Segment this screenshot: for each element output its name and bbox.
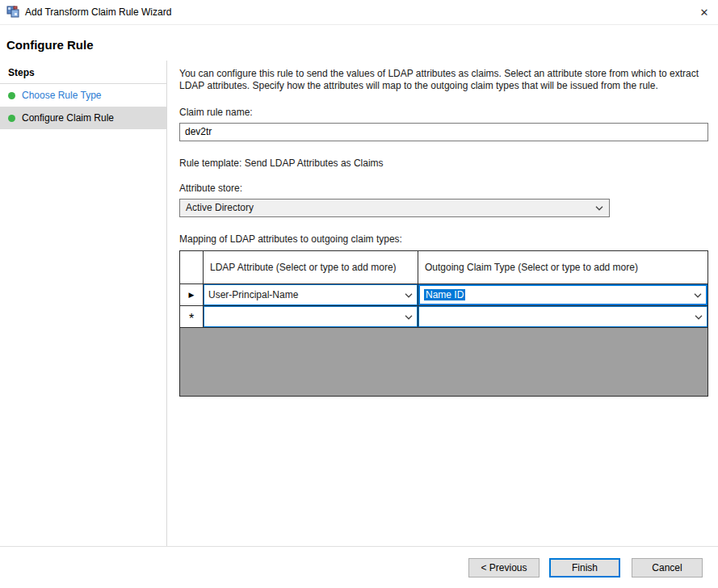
attribute-store-select[interactable]: Active Directory [179, 199, 610, 217]
ldap-attribute-select-row1[interactable]: User-Principal-Name [204, 284, 418, 305]
outgoing-claim-type-column-header: Outgoing Claim Type (Select or type to a… [418, 251, 708, 284]
table-row-2-claim-cell [418, 306, 708, 328]
steps-sidebar: Steps Choose Rule Type Configure Claim R… [0, 61, 167, 546]
wizard-window: Add Transform Claim Rule Wizard ✕ Config… [0, 0, 718, 588]
step-label: Configure Claim Rule [22, 112, 114, 124]
cancel-button[interactable]: Cancel [632, 558, 703, 578]
attribute-store-value: Active Directory [186, 202, 254, 213]
grid-corner-header [180, 251, 204, 284]
chevron-down-icon [595, 202, 603, 213]
row-indicator-cell: ▶ [180, 284, 204, 306]
table-row-1-claim-cell: Name ID [418, 284, 708, 306]
step-label: Choose Rule Type [22, 90, 102, 101]
attribute-store-label: Attribute store: [179, 183, 708, 194]
outgoing-claim-type-select-row1[interactable]: Name ID [418, 284, 708, 305]
claim-rule-name-input[interactable] [179, 123, 708, 141]
sidebar-item-configure-claim-rule[interactable]: Configure Claim Rule [0, 107, 166, 129]
steps-header: Steps [0, 61, 166, 84]
chevron-down-icon [694, 289, 702, 300]
chevron-down-icon [405, 289, 413, 300]
step-bullet-icon [8, 115, 15, 122]
new-row-asterisk-icon: * [189, 315, 194, 323]
previous-button[interactable]: < Previous [468, 558, 540, 578]
finish-button[interactable]: Finish [549, 558, 620, 578]
title-bar: Add Transform Claim Rule Wizard ✕ [0, 0, 718, 25]
table-row-1-ldap-cell: User-Principal-Name [204, 284, 418, 306]
row-indicator-cell: * [180, 306, 204, 328]
close-icon[interactable]: ✕ [691, 0, 718, 24]
button-bar: < Previous Finish Cancel [0, 546, 718, 588]
main-content: You can configure this rule to send the … [167, 61, 718, 546]
ldap-attribute-column-header: LDAP Attribute (Select or type to add mo… [204, 251, 418, 284]
ldap-attribute-value: User-Principal-Name [208, 289, 298, 300]
page-title: Configure Rule [0, 25, 718, 61]
claim-rule-name-label: Claim rule name: [179, 107, 708, 118]
mapping-grid: LDAP Attribute (Select or type to add mo… [179, 250, 708, 397]
step-bullet-icon [8, 92, 15, 99]
outgoing-claim-type-select-row2[interactable] [418, 306, 708, 327]
ldap-attribute-select-row2[interactable] [204, 306, 418, 327]
current-row-arrow-icon: ▶ [189, 291, 195, 299]
chevron-down-icon [405, 311, 413, 322]
rule-template-text: Rule template: Send LDAP Attributes as C… [179, 158, 708, 169]
table-row-2-ldap-cell [204, 306, 418, 328]
grid-empty-area [180, 328, 708, 396]
mapping-label: Mapping of LDAP attributes to outgoing c… [179, 233, 708, 245]
sidebar-item-choose-rule-type[interactable]: Choose Rule Type [0, 84, 166, 107]
window-title: Add Transform Claim Rule Wizard [25, 6, 171, 18]
rule-description: You can configure this rule to send the … [179, 68, 708, 93]
wizard-body: Steps Choose Rule Type Configure Claim R… [0, 61, 718, 546]
outgoing-claim-type-value: Name ID [424, 289, 465, 300]
wizard-icon [6, 6, 19, 19]
chevron-down-icon [695, 311, 703, 322]
